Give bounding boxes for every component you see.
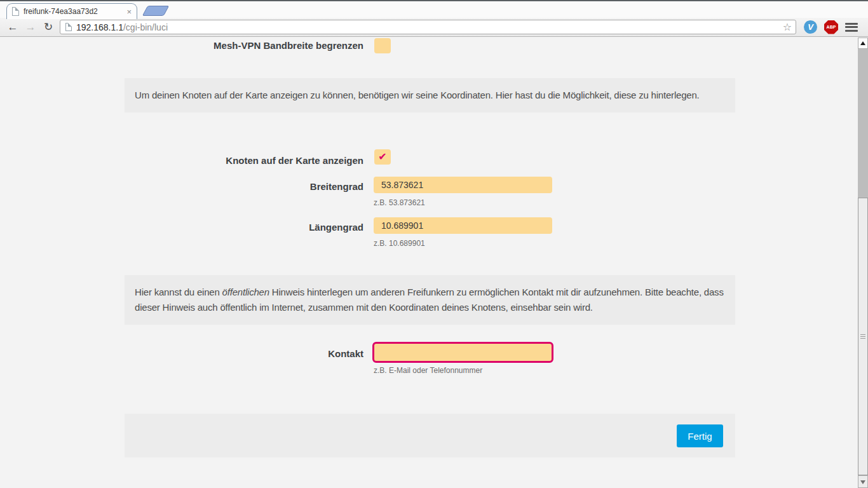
forward-icon: → bbox=[23, 20, 38, 35]
page-content: Mesh-VPN Bandbreite begrenzen Um deinen … bbox=[0, 37, 858, 488]
tab-close-icon[interactable]: × bbox=[126, 8, 132, 16]
menu-hamburger-icon[interactable] bbox=[845, 23, 858, 32]
contact-infobox: Hier kannst du einen öffentlichen Hinwei… bbox=[125, 275, 735, 325]
latitude-hint: z.B. 53.873621 bbox=[374, 198, 425, 207]
reload-icon[interactable]: ↻ bbox=[41, 20, 56, 35]
infobox-italic-word: öffentlichen bbox=[222, 287, 269, 297]
footer-bar bbox=[125, 414, 735, 458]
page-icon bbox=[65, 23, 72, 31]
vertical-scrollbar[interactable] bbox=[858, 37, 868, 488]
scroll-down-icon[interactable] bbox=[858, 475, 868, 488]
latitude-input[interactable] bbox=[374, 177, 552, 193]
extension-v-icon[interactable]: V bbox=[804, 20, 817, 34]
tab-title: freifunk-74ea3aa73d2 bbox=[24, 7, 123, 16]
longitude-hint: z.B. 10.689901 bbox=[374, 239, 425, 248]
show-on-map-label: Knoten auf der Karte anzeigen bbox=[125, 155, 363, 166]
scrollbar-thumb[interactable] bbox=[858, 198, 868, 475]
browser-tab[interactable]: freifunk-74ea3aa73d2 × bbox=[6, 3, 137, 19]
extension-adblock-icon[interactable]: ABP bbox=[824, 20, 838, 34]
scroll-up-icon[interactable] bbox=[858, 37, 868, 49]
latitude-label: Breitengrad bbox=[125, 181, 363, 192]
tab-strip: freifunk-74ea3aa73d2 × bbox=[0, 0, 868, 18]
contact-hint: z.B. E-Mail oder Telefonnummer bbox=[374, 366, 482, 375]
new-tab-button[interactable] bbox=[142, 6, 170, 16]
browser-window: freifunk-74ea3aa73d2 × ← → ↻ 192.168.1.1… bbox=[0, 0, 868, 488]
contact-label: Kontakt bbox=[125, 348, 363, 359]
url-host: 192.168.1.1 bbox=[76, 22, 123, 32]
bookmark-star-icon[interactable]: ☆ bbox=[783, 21, 792, 33]
coordinates-infobox: Um deinen Knoten auf der Karte anzeigen … bbox=[125, 78, 735, 112]
contact-input[interactable] bbox=[372, 342, 553, 363]
meshvpn-checkbox[interactable] bbox=[374, 38, 391, 53]
blank-page-icon bbox=[12, 7, 19, 16]
longitude-label: Längengrad bbox=[125, 222, 363, 233]
submit-button[interactable]: Fertig bbox=[677, 424, 723, 447]
address-bar[interactable]: 192.168.1.1/cgi-bin/luci ☆ bbox=[60, 20, 796, 34]
url-text[interactable]: 192.168.1.1/cgi-bin/luci bbox=[76, 22, 779, 32]
browser-toolbar: ← → ↻ 192.168.1.1/cgi-bin/luci ☆ V ABP bbox=[0, 18, 868, 37]
checkmark-icon: ✔ bbox=[378, 152, 386, 162]
show-on-map-checkbox[interactable]: ✔ bbox=[374, 149, 391, 165]
url-path: /cgi-bin/luci bbox=[123, 22, 168, 32]
longitude-input[interactable] bbox=[374, 217, 552, 234]
back-icon[interactable]: ← bbox=[5, 20, 20, 35]
meshvpn-label: Mesh-VPN Bandbreite begrenzen bbox=[125, 40, 363, 51]
